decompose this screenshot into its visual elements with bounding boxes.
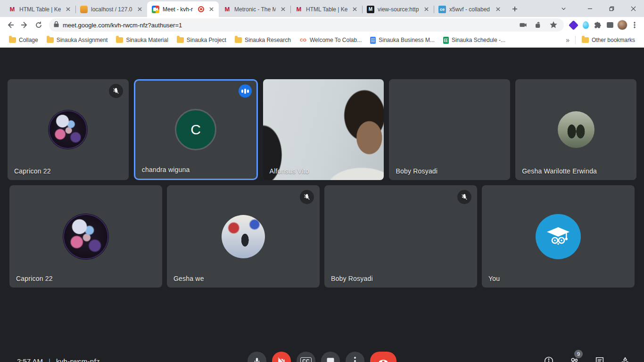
participant-tile-capricon22[interactable]: Capricon 22	[8, 79, 129, 180]
window-restore-button[interactable]	[601, 0, 622, 17]
boby-avatar	[379, 215, 422, 258]
lock-icon[interactable]	[54, 21, 59, 29]
side-panel-icon[interactable]	[604, 19, 616, 31]
cc-icon: CC	[300, 357, 311, 362]
tab-html-table-1[interactable]: M HTML Table | Kee	[4, 1, 75, 17]
back-button[interactable]	[4, 18, 17, 32]
gesha-warilotte-avatar	[558, 111, 594, 148]
bookmark-label: Sinauka Project	[187, 37, 226, 43]
participants-button[interactable]: 9	[565, 352, 584, 362]
chrome-menu-icon[interactable]	[629, 19, 640, 31]
participant-tile-boby-2[interactable]: Boby Rosyadi	[324, 185, 477, 288]
other-bookmarks-folder[interactable]: Other bookmarks	[578, 34, 639, 46]
camera-in-use-icon[interactable]	[518, 19, 529, 31]
tab-title: Metronic - The M	[234, 6, 276, 13]
tab-title: Meet - kvh-r	[163, 6, 195, 13]
share-icon[interactable]	[533, 19, 544, 31]
window-close-button[interactable]	[622, 0, 644, 17]
tab-collabedit[interactable]: ce x5wvf - collabed	[434, 1, 505, 17]
present-screen-button[interactable]	[321, 352, 340, 362]
mic-muted-icon	[109, 84, 123, 98]
participants-count-badge: 9	[574, 350, 583, 358]
sheets-icon	[443, 37, 449, 44]
tab-meet-active[interactable]: Meet - kvh-r	[147, 1, 219, 17]
participant-tile-alfonsus-video[interactable]: Alfonsus Vito	[263, 79, 384, 180]
tab-title: HTML Table | Kee	[19, 6, 61, 13]
bookmark-sinauka-assignment[interactable]: Sinauka Assignment	[42, 34, 112, 46]
close-icon[interactable]	[64, 6, 72, 13]
extensions-puzzle-icon[interactable]	[592, 19, 603, 31]
participant-name: Alfonsus Vito	[270, 167, 309, 175]
captions-button[interactable]: CC	[297, 352, 315, 362]
reload-button[interactable]	[32, 18, 45, 32]
tab-view-source[interactable]: M view-source:http	[362, 1, 434, 17]
tab-html-table-2[interactable]: M HTML Table | Kee	[290, 1, 362, 17]
tab-localhost[interactable]: localhost / 127.0.	[75, 1, 147, 17]
bookmark-star-icon[interactable]	[548, 19, 559, 31]
bookmark-label: Other bookmarks	[592, 37, 635, 43]
close-icon[interactable]	[351, 6, 358, 13]
mic-muted-icon	[300, 190, 314, 204]
tab-search-chevron-icon[interactable]	[556, 0, 570, 17]
participant-name: Capricon 22	[16, 275, 53, 282]
forward-button[interactable]	[18, 18, 31, 32]
bookmark-collage[interactable]: Collage	[5, 34, 42, 46]
participant-tile-chandra-speaking[interactable]: C chandra wiguna	[134, 79, 258, 180]
bookmarks-bar: Collage Sinauka Assignment Sinauka Mater…	[0, 33, 644, 48]
metronic-favicon: M	[295, 6, 303, 13]
speaking-indicator-icon	[239, 84, 252, 98]
window-minimize-button[interactable]	[579, 0, 601, 17]
folder-icon	[116, 37, 123, 43]
extension-drop-icon[interactable]	[580, 19, 591, 31]
sinauka-logo-avatar	[536, 214, 581, 259]
current-time: 2:57 AM	[17, 357, 43, 362]
participant-tile-capricon22-2[interactable]: Capricon 22	[9, 185, 162, 288]
docs-icon	[370, 37, 376, 44]
leave-call-button[interactable]	[370, 352, 396, 362]
microphone-button[interactable]	[248, 352, 266, 362]
close-icon[interactable]	[136, 6, 143, 13]
gesha-we-avatar	[222, 215, 265, 258]
close-icon[interactable]	[494, 6, 502, 13]
new-tab-button[interactable]	[508, 2, 521, 16]
participant-tile-gesha-we[interactable]: Gesha we	[167, 185, 320, 288]
folder-icon	[235, 37, 242, 43]
google-meet-call-area: Capricon 22 C chandra wiguna Alfonsus Vi…	[0, 79, 644, 362]
participant-name: chandra wiguna	[142, 166, 190, 173]
participant-tile-you[interactable]: You	[482, 185, 635, 288]
vertical-dots-icon	[354, 357, 356, 362]
more-options-button[interactable]	[346, 352, 364, 362]
profile-avatar[interactable]	[617, 19, 628, 31]
meeting-details-button[interactable]	[539, 352, 558, 362]
bookmark-sinauka-project[interactable]: Sinauka Project	[173, 34, 231, 46]
tab-metronic[interactable]: M Metronic - The M	[219, 1, 290, 17]
close-icon[interactable]	[279, 6, 287, 13]
extension-purple-icon[interactable]	[568, 19, 579, 31]
camera-off-button[interactable]	[272, 352, 291, 362]
tab-divider	[434, 6, 434, 13]
participant-tile-gesha-warilotte[interactable]: Gesha Warilotte Erwinda	[515, 79, 636, 180]
metronic-favicon: M	[223, 6, 231, 13]
bookmarks-overflow-chevron[interactable]: »	[562, 36, 573, 44]
activities-button[interactable]	[616, 352, 635, 362]
bookmark-sinauka-schedule[interactable]: Sinauka Schedule -...	[439, 34, 510, 46]
tab-title: view-source:http	[378, 6, 419, 13]
avatar-initial: C	[190, 122, 201, 138]
participant-tile-boby-1[interactable]: Boby Rosyadi	[389, 79, 510, 180]
close-icon[interactable]	[422, 6, 430, 13]
close-icon[interactable]	[207, 6, 215, 13]
bookmark-label: Sinauka Business M...	[379, 37, 435, 43]
tab-divider	[362, 6, 363, 13]
phpmyadmin-favicon	[80, 6, 88, 13]
bookmark-sinauka-research[interactable]: Sinauka Research	[231, 34, 295, 46]
url-text[interactable]: meet.google.com/kvh-rwcm-nfz?authuser=1	[63, 22, 514, 29]
chat-button[interactable]	[590, 352, 609, 362]
folder-icon	[582, 37, 589, 43]
address-bar[interactable]: meet.google.com/kvh-rwcm-nfz?authuser=1	[49, 18, 564, 32]
bookmark-welcome-colab[interactable]: COWelcome To Colab...	[295, 34, 366, 46]
bookmark-sinauka-business[interactable]: Sinauka Business M...	[366, 34, 439, 46]
folder-icon	[9, 37, 16, 43]
chandra-avatar: C	[175, 109, 216, 150]
bookmark-sinauka-material[interactable]: Sinauka Material	[112, 34, 172, 46]
divider: |	[49, 357, 50, 362]
